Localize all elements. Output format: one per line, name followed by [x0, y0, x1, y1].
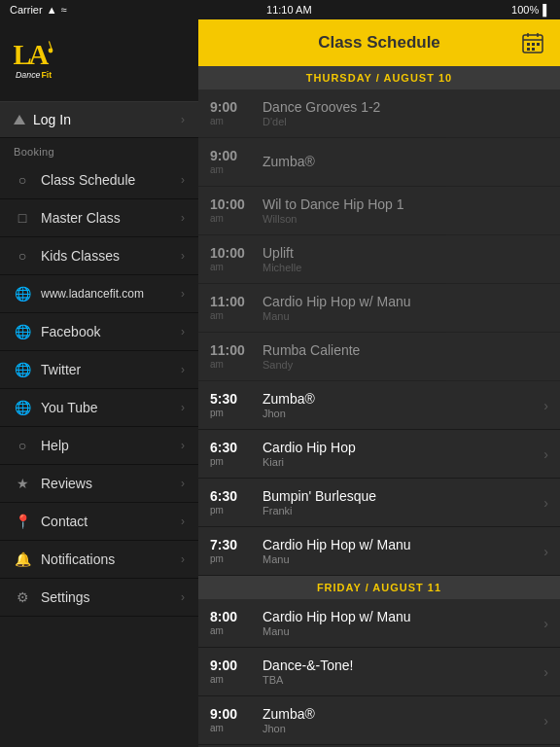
class-row[interactable]: 5:30pmZumba®Jhon› [198, 381, 560, 430]
class-info: Wil to Dance Hip Hop 1Willson [259, 196, 548, 225]
svg-rect-11 [532, 43, 535, 46]
class-info: Cardio Hip Hop w/ ManuManu [259, 609, 536, 637]
class-name: Rumba Caliente [262, 342, 548, 359]
battery-label: 100% [511, 4, 539, 16]
chevron-icon: › [181, 590, 185, 604]
day-header: FRIDAY / AUGUST 11 [198, 576, 560, 599]
globe-icon: 🌐 [14, 361, 31, 378]
class-instructor: Sandy [262, 359, 548, 371]
class-info: Zumba®Jhon [259, 706, 536, 734]
chevron-icon: › [543, 495, 548, 511]
wifi-icon: ≈ [61, 4, 67, 16]
chevron-icon: › [543, 616, 548, 631]
class-row[interactable]: 9:00amZumba®Jhon› [198, 696, 560, 745]
class-time: 9:00am [210, 707, 259, 732]
gear-icon: ⚙ [14, 588, 31, 606]
class-instructor: Jhon [262, 408, 536, 419]
svg-rect-13 [527, 48, 530, 51]
globe-icon: 🌐 [14, 323, 31, 340]
star-icon: ★ [14, 475, 31, 492]
main-header: Class Schedule [198, 19, 560, 66]
class-row[interactable]: 7:30pmCardio Hip Hop w/ ManuManu› [198, 527, 560, 576]
sidebar-item-contact[interactable]: 📍 Contact › [0, 503, 198, 541]
chevron-icon: › [181, 287, 185, 301]
sidebar-item-settings[interactable]: ⚙ Settings › [0, 579, 198, 617]
chevron-icon: › [543, 446, 548, 462]
class-time: 9:00am [210, 149, 259, 174]
class-time: 9:00am [210, 658, 259, 684]
class-row[interactable]: 9:00amDance-&-Tone!TBA› [198, 648, 560, 696]
svg-text:Dance: Dance [16, 70, 41, 80]
class-instructor: Manu [262, 625, 536, 637]
class-instructor: D'del [262, 116, 548, 127]
sidebar-item-reviews[interactable]: ★ Reviews › [0, 465, 198, 503]
class-info: UpliftMichelle [259, 245, 548, 273]
chevron-icon: › [181, 325, 185, 338]
chevron-icon: › [543, 664, 548, 680]
circle-icon: ○ [14, 437, 31, 454]
class-instructor: Michelle [262, 262, 548, 273]
class-name: Zumba® [262, 391, 536, 408]
sidebar-logo: L A Dance Fit [0, 19, 198, 101]
sidebar-item-website[interactable]: 🌐 www.ladancefit.com › [0, 275, 198, 313]
chevron-icon: › [543, 544, 548, 559]
svg-rect-14 [532, 48, 535, 51]
globe-icon: 🌐 [14, 285, 31, 302]
class-row[interactable]: 8:00amCardio Hip Hop w/ ManuManu› [198, 599, 560, 648]
chevron-icon: › [181, 439, 185, 452]
schedule-list: THURSDAY / AUGUST 109:00amDance Grooves … [198, 66, 560, 747]
class-instructor: Manu [262, 553, 536, 565]
login-row[interactable]: Log In › [0, 101, 198, 138]
class-row: 10:00amUpliftMichelle [198, 235, 560, 284]
sidebar-item-kids-classes[interactable]: ○ Kids Classes › [0, 237, 198, 275]
class-row[interactable]: 6:30pmCardio Hip HopKiari› [198, 430, 560, 479]
pin-icon: 📍 [14, 513, 31, 530]
booking-header: Booking [0, 138, 198, 161]
class-info: Cardio Hip HopKiari [259, 440, 536, 468]
class-row: 9:00amZumba® [198, 138, 560, 187]
main-content: Class Schedule THURSDAY / AUGUST 109:00a… [198, 19, 560, 747]
class-instructor: Manu [262, 310, 548, 322]
class-name: Wil to Dance Hip Hop 1 [262, 196, 548, 213]
square-icon: □ [14, 209, 31, 227]
sidebar-item-youtube[interactable]: 🌐 You Tube › [0, 389, 198, 427]
sidebar-label-facebook: Facebook [41, 324, 100, 339]
svg-text:Fit: Fit [41, 70, 52, 80]
class-instructor: Willson [262, 213, 548, 225]
chevron-icon: › [543, 398, 548, 413]
class-info: Rumba CalienteSandy [259, 342, 548, 371]
class-time: 10:00am [210, 246, 259, 271]
battery-icon: ▌ [542, 4, 550, 16]
sidebar: L A Dance Fit Log In › Booking ○ Class S… [0, 19, 198, 747]
svg-rect-12 [537, 43, 540, 46]
sidebar-item-class-schedule[interactable]: ○ Class Schedule › [0, 161, 198, 199]
chevron-icon: › [181, 363, 185, 376]
class-row[interactable]: 6:30pmBumpin' BurlesqueFranki› [198, 479, 560, 527]
circle-icon: ○ [14, 247, 31, 265]
svg-point-4 [49, 49, 53, 53]
class-time: 11:00am [210, 343, 259, 369]
sidebar-item-facebook[interactable]: 🌐 Facebook › [0, 313, 198, 351]
time-display: 11:10 AM [266, 4, 311, 16]
class-name: Dance-&-Tone! [262, 658, 536, 674]
class-name: Bumpin' Burlesque [262, 488, 536, 505]
calendar-icon[interactable] [519, 29, 546, 56]
sidebar-item-twitter[interactable]: 🌐 Twitter › [0, 351, 198, 389]
class-info: Dance Grooves 1-2D'del [259, 99, 548, 127]
sidebar-item-help[interactable]: ○ Help › [0, 427, 198, 465]
class-name: Zumba® [262, 154, 548, 170]
chevron-icon: › [181, 249, 185, 263]
sidebar-item-master-class[interactable]: □ Master Class › [0, 199, 198, 237]
class-info: Bumpin' BurlesqueFranki [259, 488, 536, 516]
class-row: 11:00amCardio Hip Hop w/ ManuManu [198, 284, 560, 333]
login-label: Log In [33, 112, 71, 127]
day-header: THURSDAY / AUGUST 10 [198, 66, 560, 89]
sidebar-item-notifications[interactable]: 🔔 Notifications › [0, 541, 198, 579]
circle-icon: ○ [14, 171, 31, 189]
class-name: Cardio Hip Hop w/ Manu [262, 537, 536, 553]
signal-icon: ▲ [47, 4, 57, 16]
page-title: Class Schedule [239, 33, 519, 53]
sidebar-label-kids-classes: Kids Classes [41, 248, 120, 264]
sidebar-label-twitter: Twitter [41, 362, 81, 377]
sidebar-label-youtube: You Tube [41, 400, 98, 415]
